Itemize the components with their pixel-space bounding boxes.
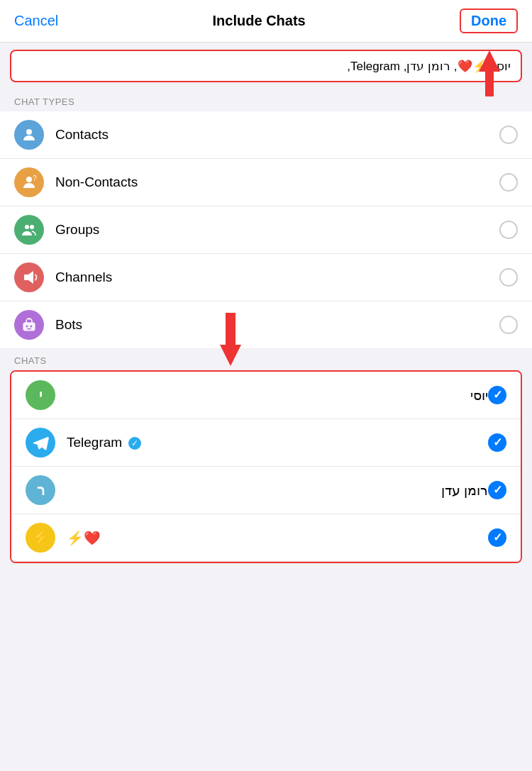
chat-types-list: Contacts ? Non-Contacts [0,111,532,348]
cancel-button[interactable]: Cancel [14,13,58,29]
svg-point-4 [25,225,29,229]
yosi-label: יוסי [67,387,488,404]
telegram-label: Telegram ✓ [67,435,488,450]
lightning-label: ⚡❤️ [67,530,488,546]
groups-label: Groups [55,222,499,238]
bots-radio[interactable] [499,316,518,334]
page-title: Include Chats [213,13,306,29]
yosi-checkbox[interactable]: ✓ [488,386,506,404]
svg-rect-12 [25,325,26,328]
svg-point-11 [28,318,30,320]
svg-point-5 [30,225,34,229]
verified-icon: ✓ [128,437,141,450]
nav-bar: Cancel Include Chats Done [0,0,532,43]
chats-list: י יוסי ✓ Telegram ✓ ✓ ר [10,370,522,563]
groups-radio[interactable] [499,221,518,239]
lightning-avatar: ⚡ [26,523,55,553]
non-contacts-label: Non-Contacts [55,174,499,190]
bots-icon [14,310,44,340]
channels-label: Channels [55,270,499,285]
channels-icon [14,262,44,292]
list-item-yosi[interactable]: י יוסי ✓ [11,372,521,419]
bots-label: Bots [55,317,499,333]
roman-label: רומן עדן [67,482,488,499]
telegram-checkbox[interactable]: ✓ [488,433,506,452]
list-item-bots[interactable]: Bots [0,301,532,348]
channels-radio[interactable] [499,268,518,287]
list-item-non-contacts[interactable]: ? Non-Contacts [0,159,532,206]
svg-marker-0 [479,50,500,96]
non-contacts-icon: ? [14,167,44,197]
chat-types-header: CHAT TYPES [0,89,532,111]
svg-text:?: ? [33,174,37,182]
list-item-telegram[interactable]: Telegram ✓ ✓ [11,419,521,467]
roman-avatar: ר [26,475,55,505]
svg-rect-10 [27,328,31,330]
selected-chips-bar[interactable]: יוסי, ⚡❤️, רומן עדן, Telegram, [10,50,522,82]
arrow-done-annotation [468,47,511,100]
svg-rect-13 [32,325,33,328]
contacts-icon [14,120,44,150]
svg-marker-14 [220,313,241,366]
list-item-roman[interactable]: ר רומן עדן ✓ [11,467,521,514]
chats-header: CHATS [0,348,532,370]
svg-point-1 [26,129,32,135]
list-item-lightning[interactable]: ⚡ ⚡❤️ ✓ [11,514,521,562]
roman-checkbox[interactable]: ✓ [488,481,506,499]
done-button[interactable]: Done [460,9,518,33]
yosi-avatar: י [26,380,55,410]
groups-icon [14,215,44,245]
contacts-label: Contacts [55,127,499,143]
list-item-contacts[interactable]: Contacts [0,111,532,159]
arrow-chats-annotation [206,306,255,370]
non-contacts-radio[interactable] [499,173,518,192]
telegram-avatar [26,428,55,457]
list-item-groups[interactable]: Groups [0,206,532,254]
list-item-channels[interactable]: Channels [0,254,532,301]
contacts-radio[interactable] [499,126,518,144]
lightning-checkbox[interactable]: ✓ [488,528,506,547]
svg-point-2 [26,177,32,182]
